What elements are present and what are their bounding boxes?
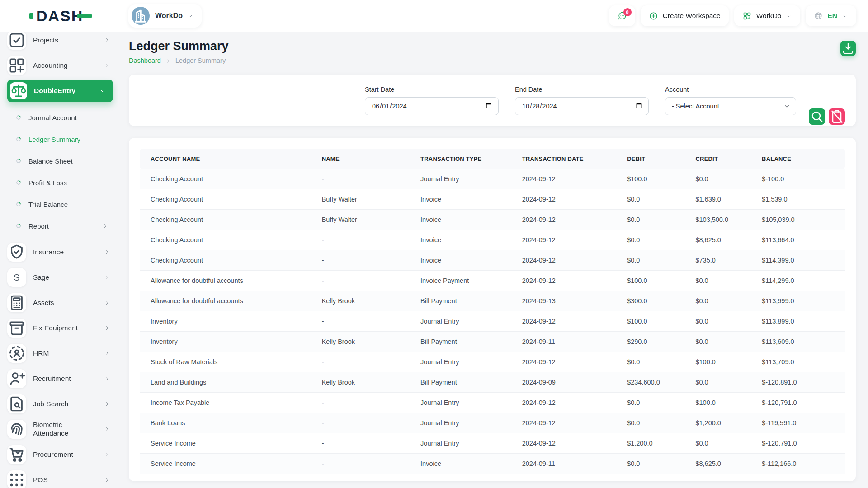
cell-debit: $0.0 — [623, 250, 692, 271]
sidebar-item-hrm[interactable]: HRM — [7, 341, 118, 366]
sidebar-subitem-trial-balance[interactable]: Trial Balance — [7, 193, 118, 215]
sidebar-item-insurance[interactable]: Insurance — [7, 239, 118, 265]
app-menu-dropdown[interactable]: WorkDo — [734, 5, 801, 26]
cell-account-name: Income Tax Payable — [140, 393, 318, 413]
bullet-icon — [15, 223, 22, 229]
cell-transaction-date: 2024-09-12 — [519, 413, 623, 433]
sidebar-item-label: HRM — [33, 349, 49, 358]
cell-account-name: Inventory — [140, 311, 318, 332]
sidebar-item-biometric-attendance[interactable]: Biometric Attendance — [7, 417, 118, 442]
start-date-input[interactable] — [365, 97, 499, 115]
sidebar-item-sage[interactable]: SSage — [7, 265, 118, 290]
cell-debit: $290.0 — [623, 332, 692, 352]
sidebar-subitem-ledger-summary[interactable]: Ledger Summary — [7, 128, 118, 150]
cell-transaction-date: 2024-09-12 — [519, 352, 623, 372]
cell-credit: $735.0 — [692, 250, 758, 271]
cell-account-name: Checking Account — [140, 230, 318, 250]
cell-account-name: Bank Loans — [140, 413, 318, 433]
sidebar-subitem-label: Ledger Summary — [28, 136, 80, 143]
cell-credit: $0.0 — [692, 311, 758, 332]
breadcrumb-dashboard-link[interactable]: Dashboard — [129, 57, 161, 64]
sidebar-subitem-journal-account[interactable]: Journal Account — [7, 107, 118, 128]
cell-name: - — [318, 393, 417, 413]
sidebar-item-projects[interactable]: Projects — [7, 32, 118, 53]
sidebar-subitem-label: Report — [28, 222, 49, 230]
bullet-icon — [15, 201, 22, 207]
cell-credit: $0.0 — [692, 291, 758, 311]
cell-transaction-type: Invoice — [417, 210, 519, 230]
ledger-table: ACCOUNT NAMENAMETRANSACTION TYPETRANSACT… — [140, 149, 845, 474]
chevron-down-icon — [786, 13, 792, 19]
sidebar-item-job-search[interactable]: Job Search — [7, 391, 118, 417]
end-date-input[interactable] — [515, 97, 649, 115]
cell-account-name: Checking Account — [140, 250, 318, 271]
sidebar-item-accounting[interactable]: Accounting — [7, 53, 118, 78]
download-button[interactable] — [840, 41, 856, 56]
cell-debit: $100.0 — [623, 311, 692, 332]
grid-plus-icon — [7, 56, 26, 75]
end-date-label: End Date — [515, 86, 649, 93]
fingerprint-icon — [7, 420, 26, 439]
sidebar-item-fix-equipment[interactable]: Fix Equipment — [7, 315, 118, 341]
reset-filter-button[interactable] — [829, 108, 845, 125]
create-workspace-button[interactable]: Create Workspace — [641, 5, 729, 26]
column-header-transaction-type: TRANSACTION TYPE — [417, 149, 519, 169]
cell-balance: $1,539.0 — [758, 189, 845, 210]
cell-balance: $113,999.0 — [758, 291, 845, 311]
sidebar-subitem-report[interactable]: Report — [7, 215, 118, 237]
cell-balance: $114,399.0 — [758, 250, 845, 271]
sidebar-item-label: Insurance — [33, 248, 64, 257]
workspace-switcher[interactable]: WorkDo — [128, 4, 202, 28]
cell-account-name: Allowance for doubtful accounts — [140, 291, 318, 311]
cell-transaction-date: 2024-09-09 — [519, 372, 623, 393]
filter-panel: Start Date End Date Account - Select Acc… — [129, 75, 856, 126]
cell-account-name: Inventory — [140, 332, 318, 352]
cell-credit: $0.0 — [692, 433, 758, 454]
cell-transaction-type: Journal Entry — [417, 311, 519, 332]
language-dropdown[interactable]: EN — [806, 5, 856, 26]
cell-name: - — [318, 311, 417, 332]
sidebar: ProjectsAccountingDoubleEntryJournal Acc… — [0, 32, 118, 488]
cell-credit: $0.0 — [692, 271, 758, 291]
cell-transaction-date: 2024-09-12 — [519, 189, 623, 210]
cell-transaction-date: 2024-09-11 — [519, 332, 623, 352]
sidebar-item-pos[interactable]: POS — [7, 467, 118, 488]
sidebar-item-recruitment[interactable]: Recruitment — [7, 366, 118, 391]
sidebar-item-label: Fix Equipment — [33, 324, 78, 333]
sidebar-subitem-profit-loss[interactable]: Profit & Loss — [7, 172, 118, 193]
top-header: DASH WorkDo 0 Create Workspace WorkDo EN — [0, 0, 868, 32]
sidebar-item-assets[interactable]: Assets — [7, 290, 118, 315]
cell-balance: $-100.0 — [758, 169, 845, 189]
sidebar-subitem-label: Profit & Loss — [28, 179, 67, 187]
table-row: Checking Account-Invoice2024-09-12$0.0$8… — [140, 230, 845, 250]
cell-account-name: Service Income — [140, 433, 318, 454]
checkbox-icon — [7, 32, 26, 50]
sidebar-subitem-label: Trial Balance — [28, 201, 68, 208]
cell-transaction-date: 2024-09-12 — [519, 311, 623, 332]
messages-button[interactable]: 0 — [609, 5, 635, 26]
table-row: Allowance for doubtful accountsKelly Bro… — [140, 291, 845, 311]
cell-name: - — [318, 230, 417, 250]
sidebar-subitem-balance-sheet[interactable]: Balance Sheet — [7, 150, 118, 172]
cell-account-name: Checking Account — [140, 189, 318, 210]
chevron-down-icon — [99, 88, 106, 94]
cell-transaction-date: 2024-09-12 — [519, 271, 623, 291]
cell-transaction-type: Journal Entry — [417, 352, 519, 372]
sidebar-item-procurement[interactable]: Procurement — [7, 442, 118, 467]
cell-account-name: Stock of Raw Materials — [140, 352, 318, 372]
sage-icon: S — [7, 268, 26, 287]
hrm-icon — [7, 344, 26, 363]
main-content: Ledger Summary Dashboard Ledger Summary … — [118, 32, 868, 488]
cell-transaction-type: Journal Entry — [417, 169, 519, 189]
chevron-down-icon — [842, 13, 848, 19]
cell-transaction-date: 2024-09-12 — [519, 393, 623, 413]
cart-icon — [7, 445, 26, 464]
language-label: EN — [827, 12, 837, 20]
cell-transaction-type: Invoice — [417, 230, 519, 250]
sidebar-item-label: Assets — [33, 299, 54, 307]
cell-balance: $113,709.0 — [758, 352, 845, 372]
apply-filter-button[interactable] — [809, 108, 825, 125]
create-workspace-label: Create Workspace — [663, 12, 721, 20]
account-select[interactable]: - Select Account — [665, 97, 796, 115]
sidebar-item-doubleentry[interactable]: DoubleEntry — [7, 80, 113, 102]
